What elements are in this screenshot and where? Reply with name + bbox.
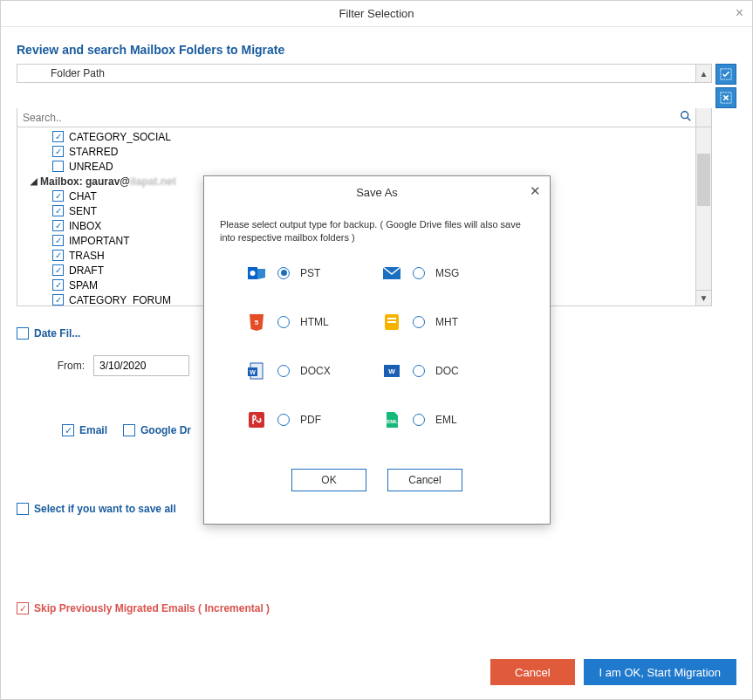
radio-icon[interactable]: [413, 365, 425, 377]
skip-row: ✓ Skip Previously Migrated Emails ( Incr…: [17, 602, 736, 614]
save-as-dialog: Save As ✕ Please select output type for …: [203, 175, 551, 525]
eml-icon: EML: [381, 409, 402, 430]
scroll-down-button[interactable]: ▼: [696, 290, 711, 305]
radio-icon[interactable]: [413, 267, 425, 279]
tree-scrollbar[interactable]: ▼: [696, 127, 712, 306]
format-label: MHT: [435, 316, 458, 328]
modal-ok-button[interactable]: OK: [291, 469, 366, 491]
folder-path-label: Folder Path: [51, 67, 105, 79]
checkbox-icon[interactable]: ✓: [52, 131, 64, 142]
format-label: MSG: [435, 267, 459, 279]
format-label: EML: [435, 414, 457, 426]
close-icon[interactable]: ×: [736, 5, 743, 21]
radio-icon[interactable]: [277, 267, 290, 279]
date-filter-checkbox[interactable]: ✓: [17, 327, 29, 340]
format-label: PDF: [300, 414, 321, 426]
radio-icon[interactable]: [413, 316, 425, 328]
outlook-icon: [246, 263, 267, 284]
mht-icon: [381, 312, 402, 333]
format-label: DOC: [435, 365, 459, 377]
gdrive-checkbox[interactable]: ✓: [123, 424, 135, 436]
checkbox-icon[interactable]: ✓: [52, 205, 64, 216]
format-option-html[interactable]: 5 HTML: [246, 312, 373, 333]
word-docx-icon: W: [246, 360, 267, 381]
word-doc-icon: W: [381, 360, 402, 381]
svg-text:W: W: [250, 369, 256, 375]
checkbox-icon[interactable]: ✓: [52, 279, 64, 291]
gdrive-option[interactable]: ✓ Google Dr: [123, 424, 191, 436]
titlebar: Filter Selection ×: [1, 1, 752, 27]
checkbox-icon[interactable]: ✓: [52, 250, 64, 261]
gdrive-label: Google Dr: [140, 424, 191, 436]
modal-close-icon[interactable]: ✕: [530, 183, 541, 199]
email-checkbox[interactable]: ✓: [62, 424, 74, 436]
skip-label: Skip Previously Migrated Emails ( Increm…: [34, 602, 270, 614]
save-all-label: Select if you want to save all: [34, 503, 176, 515]
page-heading: Review and search Mailbox Folders to Mig…: [17, 43, 736, 57]
format-label: DOCX: [300, 365, 331, 377]
svg-point-5: [250, 271, 256, 276]
html5-icon: 5: [246, 312, 267, 333]
radio-icon[interactable]: [277, 414, 290, 426]
from-label: From:: [17, 360, 93, 372]
email-option[interactable]: ✓ Email: [62, 424, 107, 436]
save-all-checkbox[interactable]: ✓: [17, 503, 29, 515]
search-icon[interactable]: [676, 110, 695, 125]
format-option-doc[interactable]: W DOC: [381, 360, 508, 381]
folder-path-header[interactable]: Folder Path: [17, 64, 696, 83]
format-option-msg[interactable]: MSG: [381, 263, 508, 284]
modal-titlebar: Save As ✕: [204, 176, 550, 208]
envelope-icon: [381, 263, 402, 284]
start-migration-button[interactable]: I am OK, Start Migration: [584, 659, 736, 685]
checkbox-icon[interactable]: ✓: [52, 264, 64, 276]
checkbox-icon[interactable]: ✓: [52, 161, 64, 172]
modal-title: Save As: [356, 186, 398, 199]
email-label: Email: [79, 424, 107, 436]
checkbox-icon[interactable]: ✓: [52, 235, 64, 246]
tree-item[interactable]: ✓STARRED: [17, 144, 695, 159]
svg-line-3: [688, 118, 691, 121]
svg-text:W: W: [388, 367, 395, 375]
cancel-button[interactable]: Cancel: [490, 659, 574, 685]
tree-item[interactable]: ✓CATEGORY_SOCIAL: [17, 129, 695, 144]
scroll-spacer: [696, 108, 712, 127]
checkbox-icon[interactable]: ✓: [52, 220, 64, 231]
format-label: PST: [300, 267, 320, 279]
checkbox-icon[interactable]: ✓: [52, 190, 64, 202]
svg-point-2: [681, 112, 688, 119]
svg-rect-10: [387, 321, 396, 323]
collapse-icon[interactable]: ◢: [28, 176, 40, 186]
pdf-icon: [246, 409, 267, 430]
format-option-pdf[interactable]: PDF: [246, 409, 373, 430]
radio-icon[interactable]: [277, 316, 290, 328]
radio-icon[interactable]: [277, 365, 290, 377]
format-option-eml[interactable]: EML EML: [381, 409, 508, 430]
format-option-pst[interactable]: PST: [246, 263, 373, 284]
format-label: HTML: [300, 316, 329, 328]
window-title: Filter Selection: [339, 7, 414, 20]
modal-message: Please select output type for backup. ( …: [220, 218, 534, 245]
modal-cancel-button[interactable]: Cancel: [387, 469, 462, 491]
checkbox-icon[interactable]: ✓: [52, 146, 64, 157]
scroll-thumb[interactable]: [697, 154, 710, 206]
search-input[interactable]: [17, 109, 676, 127]
svg-text:EML: EML: [387, 419, 398, 424]
select-all-button[interactable]: [715, 64, 736, 85]
radio-icon[interactable]: [413, 414, 425, 426]
filter-selection-window: Filter Selection × Review and search Mai…: [0, 0, 753, 700]
scroll-up-button[interactable]: ▲: [696, 64, 712, 83]
svg-rect-9: [387, 318, 396, 319]
skip-checkbox[interactable]: ✓: [17, 602, 29, 614]
search-box: [17, 108, 696, 127]
checkbox-icon[interactable]: ✓: [52, 294, 64, 305]
format-option-docx[interactable]: W DOCX: [246, 360, 373, 381]
deselect-all-button[interactable]: [715, 87, 736, 108]
date-filter-label: Date Fil...: [34, 327, 80, 340]
from-date-input[interactable]: 3/10/2020: [93, 355, 189, 376]
svg-text:5: 5: [255, 319, 259, 326]
scroll-track[interactable]: [696, 127, 711, 290]
format-option-mht[interactable]: MHT: [381, 312, 508, 333]
tree-item[interactable]: ✓UNREAD: [17, 159, 695, 174]
